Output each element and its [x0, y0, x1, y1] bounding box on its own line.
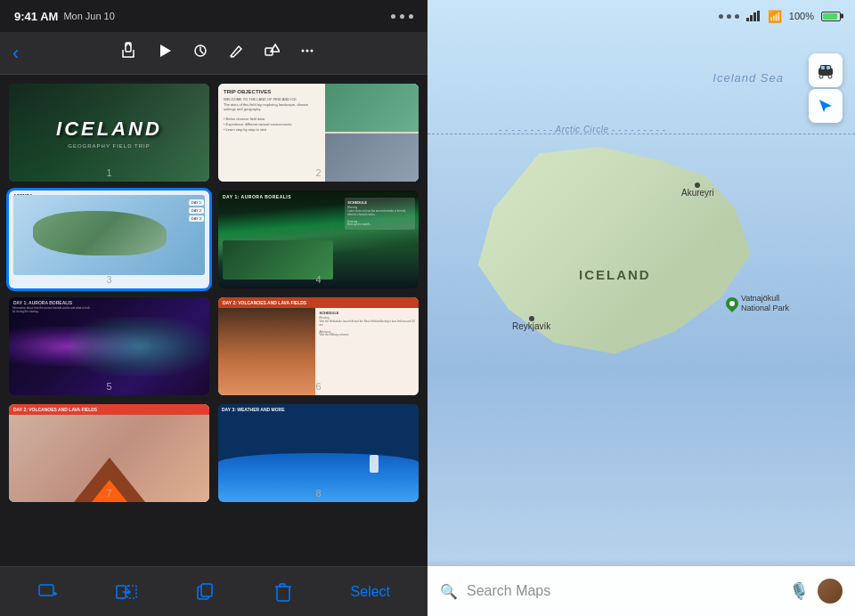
bottom-toolbar: Select: [0, 566, 428, 616]
arctic-circle-label: - - - - - - - - - Arctic Circle - - - - …: [499, 125, 665, 134]
signal-icon: [746, 11, 761, 21]
status-date: Mon Jun 10: [63, 11, 114, 21]
slide2-text: WELCOME TO THE LAND OF FIRE AND ICEThe a…: [224, 97, 318, 132]
slide-number-1: 1: [106, 167, 111, 178]
vatnajokull-label: VatnajökullNational Park: [741, 294, 789, 313]
iceland-country-label: ICELAND: [579, 267, 651, 282]
akureyri-label: Akureyri: [681, 188, 714, 198]
slide-number-8: 8: [315, 488, 321, 498]
svg-point-7: [310, 50, 313, 53]
aurora2b-effect: [69, 317, 210, 376]
back-button[interactable]: ‹: [12, 42, 19, 65]
add-slide-button[interactable]: [37, 581, 59, 603]
slide-item-5[interactable]: DAY 1: AURORA BOREALIS Information about…: [9, 297, 209, 395]
slide6-schedule-text: MorningVisit the Hekludalur lava field a…: [320, 317, 417, 337]
svg-rect-24: [826, 66, 830, 69]
microphone-icon[interactable]: 🎙️: [789, 581, 809, 601]
select-button[interactable]: Select: [351, 584, 390, 600]
slide-number-2: 2: [315, 167, 321, 178]
slide3-map: [13, 195, 205, 275]
slide-item-4[interactable]: DAY 1: AURORA BOREALIS SCHEDULE MorningL…: [218, 190, 419, 288]
battery-percentage: 100%: [789, 11, 814, 21]
slide6-text-col: SCHEDULE MorningVisit the Hekludalur lav…: [317, 308, 419, 395]
slide6-text-title: SCHEDULE: [320, 311, 417, 315]
draw-icon[interactable]: [228, 43, 244, 63]
day-tag-3: DAY 3: [189, 215, 204, 222]
slide-item-6[interactable]: DAY 2: VOLCANOES AND LAVA FIELDS SCHEDUL…: [218, 297, 419, 395]
duplicate-icon: [194, 581, 216, 603]
status-time: 9:41 AM: [14, 10, 58, 23]
slide-number-3: 3: [106, 274, 111, 285]
toolbar-center: [119, 42, 315, 64]
vatnajokull-marker: VatnajökullNational Park: [726, 294, 789, 313]
svg-point-21: [819, 75, 823, 78]
maps-status-bar: 📶 100%: [428, 0, 855, 32]
car-icon: [817, 61, 835, 79]
slide2-title: TRIP OBJECTIVES: [224, 89, 318, 94]
transition-icon: [116, 581, 137, 603]
wifi-icon: 📶: [768, 10, 782, 23]
slide4-schedule-text: MorningLearn more on how the aurora bore…: [347, 207, 412, 227]
slide4-title: DAY 1: AURORA BOREALIS: [223, 194, 291, 199]
svg-rect-15: [746, 18, 749, 21]
slide5-title: DAY 1: AURORA BOREALIS: [13, 300, 72, 305]
park-pin-inner: [729, 301, 735, 306]
svg-rect-18: [757, 11, 760, 21]
slide4-schedule-title: SCHEDULE: [347, 200, 412, 205]
akureyri-marker: Akureyri: [681, 182, 714, 198]
slide5-text: Information about how the aurora boreali…: [12, 306, 93, 313]
keynote-panel: 9:41 AM Mon Jun 10 ‹: [0, 0, 428, 616]
svg-rect-23: [821, 66, 825, 69]
slide2-right: [325, 84, 419, 182]
slide-number-5: 5: [106, 381, 111, 392]
slide7-header: DAY 2: VOLCANOES AND LAVA FIELDS: [9, 404, 209, 415]
status-bar-left: 9:41 AM Mon Jun 10: [14, 10, 115, 23]
dot3: [409, 14, 413, 19]
maps-dot3: [735, 14, 739, 19]
location-button[interactable]: [809, 89, 843, 123]
slide8-title: DAY 3: WEATHER AND MORE: [222, 407, 285, 412]
slide-item-8[interactable]: DAY 3: WEATHER AND MORE 8: [218, 404, 419, 502]
day-tag-1: DAY 1: [189, 199, 204, 206]
maps-panel: - - - - - - - - - Arctic Circle - - - - …: [428, 0, 855, 616]
svg-point-6: [305, 50, 308, 53]
search-placeholder[interactable]: Search Maps: [467, 583, 780, 599]
svg-marker-25: [819, 100, 832, 112]
svg-point-5: [301, 50, 304, 53]
revert-icon[interactable]: [192, 43, 208, 63]
svg-point-22: [828, 75, 832, 78]
slide-item-2[interactable]: TRIP OBJECTIVES WELCOME TO THE LAND OF F…: [218, 84, 419, 182]
drive-mode-button[interactable]: [809, 53, 843, 87]
map-controls: [809, 53, 843, 123]
day-tag-2: DAY 2: [189, 207, 204, 214]
svg-rect-17: [753, 12, 756, 21]
svg-rect-14: [201, 584, 212, 596]
battery-icon: [821, 12, 841, 21]
duplicate-button[interactable]: [194, 581, 216, 603]
share-icon[interactable]: [119, 42, 137, 64]
keynote-toolbar: ‹: [0, 32, 428, 75]
slide-item-3[interactable]: AGENDA DAY 1 DAY 2 DAY 3 3: [9, 190, 209, 288]
slide2-left: TRIP OBJECTIVES WELCOME TO THE LAND OF F…: [218, 84, 323, 182]
slide-item-1[interactable]: ICELAND GEOGRAPHY FIELD TRIP 1: [9, 84, 209, 182]
search-icon: 🔍: [440, 583, 458, 600]
delete-button[interactable]: [273, 581, 294, 603]
maps-dot1: [719, 14, 723, 19]
user-avatar[interactable]: [818, 579, 843, 604]
slide1-subtitle: GEOGRAPHY FIELD TRIP: [68, 143, 150, 149]
svg-rect-0: [126, 43, 131, 52]
dot1: [391, 14, 395, 19]
battery-fill: [823, 13, 837, 20]
maps-status-dots: [719, 14, 739, 19]
slide-item-7[interactable]: DAY 2: VOLCANOES AND LAVA FIELDS 7: [9, 404, 209, 502]
shapes-icon[interactable]: [264, 43, 280, 63]
slide-number-6: 6: [315, 381, 321, 392]
more-icon[interactable]: [299, 43, 315, 63]
play-icon[interactable]: [157, 43, 173, 63]
dot2: [400, 14, 404, 19]
park-pin: [723, 295, 741, 312]
slide2-img-bottom: [325, 134, 419, 182]
svg-rect-8: [39, 585, 53, 596]
maps-dot2: [727, 14, 731, 19]
transition-button[interactable]: [116, 581, 137, 603]
